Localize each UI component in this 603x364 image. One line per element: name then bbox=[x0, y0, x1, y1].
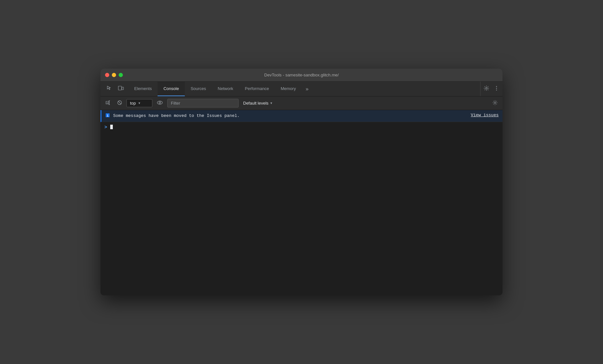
svg-point-4 bbox=[496, 88, 497, 89]
traffic-lights bbox=[105, 73, 123, 77]
svg-point-2 bbox=[486, 87, 487, 89]
console-toolbar: top ▾ Default levels ▾ bbox=[100, 97, 503, 110]
tab-sources[interactable]: Sources bbox=[185, 82, 212, 96]
svg-point-13 bbox=[494, 102, 496, 103]
tab-bar: Elements Console Sources Network Perform… bbox=[100, 82, 503, 97]
info-icon: i bbox=[105, 113, 110, 119]
levels-arrow-icon: ▾ bbox=[270, 101, 272, 105]
settings-icon[interactable] bbox=[484, 85, 489, 92]
context-selector[interactable]: top ▾ bbox=[126, 99, 152, 107]
tab-console[interactable]: Console bbox=[158, 82, 185, 96]
prompt-cursor bbox=[110, 125, 113, 129]
tab-bar-icons bbox=[102, 82, 128, 96]
view-issues-link[interactable]: View issues bbox=[471, 113, 499, 118]
svg-text:i: i bbox=[107, 114, 109, 117]
svg-point-3 bbox=[496, 86, 497, 87]
svg-point-12 bbox=[159, 102, 161, 104]
eye-icon[interactable] bbox=[154, 98, 165, 108]
svg-rect-0 bbox=[118, 86, 122, 90]
stop-messages-icon[interactable] bbox=[115, 98, 124, 108]
window-title: DevTools - samesite-sandbox.glitch.me/ bbox=[264, 73, 339, 77]
levels-selector[interactable]: Default levels ▾ bbox=[241, 99, 275, 107]
tab-performance[interactable]: Performance bbox=[239, 82, 275, 96]
svg-line-10 bbox=[118, 101, 121, 104]
more-tabs-button[interactable]: » bbox=[302, 82, 313, 96]
inspect-icon[interactable] bbox=[105, 84, 113, 94]
execute-context-icon[interactable] bbox=[103, 98, 113, 108]
console-settings-icon[interactable] bbox=[490, 98, 500, 108]
maximize-button[interactable] bbox=[119, 73, 123, 77]
tab-network[interactable]: Network bbox=[212, 82, 239, 96]
more-vert-icon[interactable] bbox=[494, 85, 499, 92]
prompt-caret: > bbox=[104, 125, 107, 130]
levels-label: Default levels bbox=[243, 101, 268, 106]
console-prompt[interactable]: > bbox=[100, 122, 503, 132]
minimize-button[interactable] bbox=[112, 73, 116, 77]
svg-rect-1 bbox=[122, 87, 124, 90]
tab-memory[interactable]: Memory bbox=[275, 82, 302, 96]
devtools-window: DevTools - samesite-sandbox.glitch.me/ E… bbox=[100, 69, 503, 295]
svg-point-5 bbox=[496, 90, 497, 91]
close-button[interactable] bbox=[105, 73, 109, 77]
filter-input[interactable] bbox=[167, 99, 239, 108]
context-value: top bbox=[130, 101, 136, 106]
console-area[interactable]: i Some messages have been moved to the I… bbox=[100, 110, 503, 295]
svg-point-11 bbox=[157, 101, 162, 104]
device-icon[interactable] bbox=[117, 84, 125, 94]
message-text: Some messages have been moved to the Iss… bbox=[113, 113, 467, 119]
tab-elements[interactable]: Elements bbox=[128, 82, 158, 96]
context-arrow-icon: ▾ bbox=[138, 101, 140, 105]
tab-spacer bbox=[313, 82, 479, 96]
title-bar: DevTools - samesite-sandbox.glitch.me/ bbox=[100, 69, 503, 82]
tab-right-icons bbox=[480, 82, 503, 96]
console-message: i Some messages have been moved to the I… bbox=[100, 110, 503, 122]
